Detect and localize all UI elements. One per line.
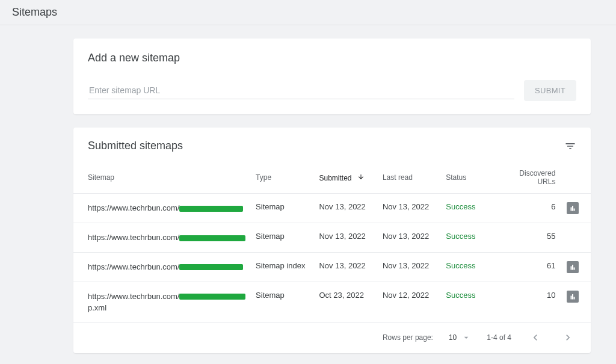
cell-type: Sitemap index [251,252,314,282]
cell-type: Sitemap [251,223,314,253]
url-prefix: https://www.techrbun.com/ [88,292,179,301]
col-header-submitted-label: Submitted [319,174,351,182]
rows-per-page-label: Rows per page: [383,333,433,342]
cell-lastread: Nov 13, 2022 [378,252,441,282]
sitemap-url: https://www.techrbun.com/ [88,261,246,273]
sitemap-url-input[interactable] [88,82,514,99]
col-header-sitemap[interactable]: Sitemap [73,162,251,194]
cell-type: Sitemap [251,194,314,223]
status-badge: Success [446,261,475,270]
cell-lastread: Nov 13, 2022 [378,194,441,223]
table-row[interactable]: https://www.techrbun.com/SitemapNov 13, … [73,194,591,223]
redacted-segment [179,264,243,270]
cell-submitted: Nov 13, 2022 [314,223,377,253]
cell-type: Sitemap [251,282,314,322]
arrow-down-icon [357,174,365,182]
add-sitemap-card: Add a new sitemap SUBMIT [73,39,591,114]
bar-chart-icon[interactable] [567,261,579,273]
table-row[interactable]: https://www.techrbun.com/SitemapNov 13, … [73,223,591,253]
rows-per-page-value: 10 [449,333,457,342]
content-area: Add a new sitemap SUBMIT Submitted sitem… [0,25,616,353]
cell-discovered: 6 [505,194,561,223]
redacted-segment [179,235,245,241]
bar-chart-icon[interactable] [567,202,579,214]
url-suffix: p.xml [88,303,106,312]
filter-icon[interactable] [564,140,576,152]
redacted-segment [179,206,243,212]
cell-submitted: Oct 23, 2022 [314,282,377,322]
url-prefix: https://www.techrbun.com/ [88,233,179,242]
sitemaps-table: Sitemap Type Submitted Last read Status … [73,162,591,323]
dropdown-arrow-icon [461,333,471,342]
page-title: Sitemaps [12,6,604,19]
url-prefix: https://www.techrbun.com/ [88,203,179,212]
status-badge: Success [446,291,475,300]
status-badge: Success [446,232,475,241]
bar-chart-icon[interactable] [567,291,579,303]
col-header-status[interactable]: Status [441,162,504,194]
cell-discovered: 61 [505,252,561,282]
add-sitemap-title: Add a new sitemap [88,52,576,64]
cell-discovered: 55 [505,223,561,253]
submitted-sitemaps-title: Submitted sitemaps [88,140,183,152]
submitted-sitemaps-card: Submitted sitemaps Sitemap Type Submitte… [73,128,591,353]
add-sitemap-row: SUBMIT [88,80,576,101]
prev-page-button[interactable] [527,329,544,346]
list-header: Submitted sitemaps [73,140,591,162]
url-prefix: https://www.techrbun.com/ [88,262,179,271]
col-header-lastread[interactable]: Last read [378,162,441,194]
next-page-button[interactable] [559,329,576,346]
col-header-submitted[interactable]: Submitted [314,162,377,194]
sitemap-url: https://www.techrbun.com/ [88,232,246,244]
rows-per-page-select[interactable]: 10 [449,333,471,342]
status-badge: Success [446,202,475,211]
pagination: Rows per page: 10 1-4 of 4 [73,323,591,353]
cell-submitted: Nov 13, 2022 [314,252,377,282]
sitemap-url: https://www.techrbun.com/p.xml [88,291,246,314]
pagination-range: 1-4 of 4 [487,333,511,342]
cell-lastread: Nov 12, 2022 [378,282,441,322]
submit-button[interactable]: SUBMIT [524,80,576,101]
col-header-type[interactable]: Type [251,162,314,194]
cell-lastread: Nov 13, 2022 [378,223,441,253]
col-header-discovered[interactable]: Discovered URLs [505,162,561,194]
cell-discovered: 10 [505,282,561,322]
table-header-row: Sitemap Type Submitted Last read Status … [73,162,591,194]
cell-submitted: Nov 13, 2022 [314,194,377,223]
col-header-action [560,162,591,194]
table-row[interactable]: https://www.techrbun.com/p.xmlSitemapOct… [73,282,591,322]
table-row[interactable]: https://www.techrbun.com/Sitemap indexNo… [73,252,591,282]
redacted-segment [179,294,245,300]
sitemap-url: https://www.techrbun.com/ [88,202,246,214]
page-header: Sitemaps [0,0,616,25]
